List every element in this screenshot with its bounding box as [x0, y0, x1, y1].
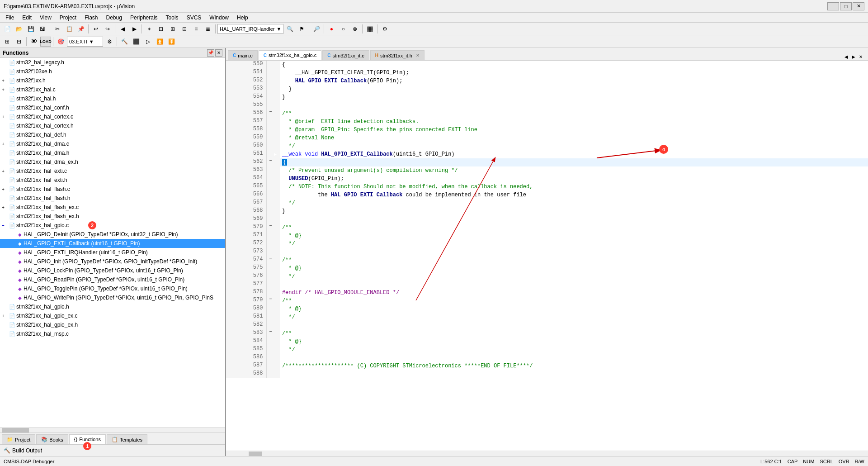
tab-functions[interactable]: {} Functions 1: [69, 434, 106, 444]
tree-item-stm32f1xx_hal_dma_h[interactable]: 📄 stm32f1xx_hal_dma.h: [0, 148, 225, 157]
menu-svcs[interactable]: SVCS: [183, 13, 205, 22]
close-editor-button[interactable]: ✕: [857, 53, 864, 60]
tab-templates[interactable]: 📋 Templates: [107, 434, 147, 444]
tb2-btn8[interactable]: ⏫: [154, 37, 165, 47]
save-button[interactable]: 💾: [25, 24, 36, 34]
tab-project[interactable]: 📁 Project: [2, 434, 35, 444]
btn4[interactable]: ⊟: [179, 24, 190, 34]
tree-item-stm32f1xx_hal_conf_h[interactable]: 📄 stm32f1xx_hal_conf.h: [0, 103, 225, 112]
code-editor[interactable]: 550{551 __HAL_GPIO_EXTI_CLEAR_IT(GPIO_Pi…: [226, 61, 868, 451]
func-item-writepin[interactable]: ◆ HAL_GPIO_WritePin (GPIO_TypeDef *GPIOx…: [0, 293, 225, 302]
btn3[interactable]: ⊞: [167, 24, 178, 34]
tab-gpio-c[interactable]: C stm32f1xx_hal_gpio.c: [259, 50, 322, 60]
copy-button[interactable]: 📋: [64, 24, 75, 34]
panel-close-button[interactable]: ✕: [215, 49, 222, 57]
close-button[interactable]: ✕: [853, 2, 864, 10]
func-item-lockpin[interactable]: ◆ HAL_GPIO_LockPin (GPIO_TypeDef *GPIOx,…: [0, 266, 225, 275]
settings-button[interactable]: ⚙: [379, 24, 390, 34]
menu-window[interactable]: Window: [206, 13, 232, 22]
tree-item-stm32f1xx_hal_msp_c[interactable]: 📄 stm32f1xx_hal_msp.c: [0, 329, 225, 338]
debug-btn3[interactable]: ⊗: [349, 24, 360, 34]
menu-project[interactable]: Project: [56, 13, 80, 22]
tb2-btn6[interactable]: ⬛: [131, 37, 142, 47]
tree-item-stm32f1xx_hal_c[interactable]: + 📄 stm32f1xx_hal.c: [0, 85, 225, 94]
tb2-btn3[interactable]: 👁: [28, 37, 39, 47]
tree-item-stm32f103xe_h[interactable]: 📄 stm32f103xe.h: [0, 67, 225, 76]
build-output-bar[interactable]: 🔨 Build Output: [0, 444, 225, 456]
fold-control[interactable]: −: [267, 109, 274, 118]
nav-back-button[interactable]: ◀: [117, 24, 128, 34]
btn1[interactable]: ⌖: [144, 24, 155, 34]
menu-debug[interactable]: Debug: [103, 13, 126, 22]
tb2-btn5[interactable]: 🔨: [119, 37, 130, 47]
tab-scroll-left-button[interactable]: ◀: [843, 53, 850, 60]
menu-view[interactable]: View: [36, 13, 55, 22]
new-file-button[interactable]: 📄: [2, 24, 13, 34]
tree-item-stm32f1xx_hal_flash_ex_c[interactable]: + 📄 stm32f1xx_hal_flash_ex.c: [0, 203, 225, 212]
tree-item-stm32f1xx_hal_cortex_h[interactable]: 📄 stm32f1xx_hal_cortex.h: [0, 121, 225, 130]
tab-close-icon[interactable]: ✕: [416, 53, 420, 58]
btn8[interactable]: ⚑: [296, 24, 307, 34]
tree-item-stm32f1xx_h[interactable]: + 📄 stm32f1xx.h: [0, 76, 225, 85]
tb2-config-button[interactable]: ⚙: [104, 37, 115, 47]
cut-button[interactable]: ✂: [52, 24, 63, 34]
tree-item-stm32f1xx_hal_def_h[interactable]: 📄 stm32f1xx_hal_def.h: [0, 130, 225, 139]
find-button[interactable]: 🔎: [311, 24, 322, 34]
menu-edit[interactable]: Edit: [19, 13, 35, 22]
tree-item-stm32f1xx_hal_gpio_ex_h[interactable]: 📄 stm32f1xx_hal_gpio_ex.h: [0, 320, 225, 329]
tb2-btn1[interactable]: ⊞: [2, 37, 13, 47]
tb2-btn2[interactable]: ⊟: [14, 37, 24, 47]
tree-item-stm32f1xx_hal_flash_c[interactable]: + 📄 stm32f1xx_hal_flash.c: [0, 185, 225, 194]
tree-item-stm32f1xx_hal_exti_h[interactable]: 📄 stm32f1xx_hal_exti.h: [0, 176, 225, 185]
tb2-btn9[interactable]: ⏬: [166, 37, 177, 47]
menu-help[interactable]: Help: [233, 13, 252, 22]
maximize-button[interactable]: □: [840, 2, 852, 10]
tree-item-stm32f1xx_hal_cortex_c[interactable]: + 📄 stm32f1xx_hal_cortex.c: [0, 112, 225, 121]
functions-tree-scroll[interactable]: 📄 stm32_hal_legacy.h 📄 stm32f103xe.h + 📄…: [0, 58, 225, 427]
tree-item-stm32_hal_legacy_h[interactable]: 📄 stm32_hal_legacy.h: [0, 58, 225, 67]
tree-item-stm32f1xx_hal_gpio_ex_c[interactable]: + 📄 stm32f1xx_hal_gpio_ex.c: [0, 311, 225, 320]
func-item-exti-callback[interactable]: ◆ HAL_GPIO_EXTI_Callback (uint16_t GPIO_…: [0, 239, 225, 248]
redo-button[interactable]: ↪: [102, 24, 113, 34]
debug-btn1[interactable]: ●: [326, 24, 337, 34]
debug-btn2[interactable]: ○: [338, 24, 349, 34]
tb2-load-button[interactable]: LOAD: [40, 37, 51, 47]
btn7[interactable]: 🔍: [284, 24, 295, 34]
tab-main-c[interactable]: C main.c: [228, 50, 258, 60]
btn5[interactable]: ≡: [191, 24, 202, 34]
func-item-exti-irqhandler[interactable]: ◆ HAL_GPIO_EXTI_IRQHandler (uint16_t GPI…: [0, 248, 225, 257]
h-scrollbar[interactable]: [0, 427, 225, 433]
fold-control[interactable]: −: [267, 256, 274, 264]
editor-h-scrollbar[interactable]: [226, 451, 868, 456]
undo-button[interactable]: ↩: [90, 24, 101, 34]
func-item-readpin[interactable]: ◆ HAL_GPIO_ReadPin (GPIO_TypeDef *GPIOx,…: [0, 275, 225, 284]
tree-item-stm32f1xx_hal_gpio_h[interactable]: 📄 stm32f1xx_hal_gpio.h: [0, 302, 225, 311]
config-btn[interactable]: ▦: [364, 24, 375, 34]
tree-item-stm32f1xx_hal_gpio_c[interactable]: − 📄 stm32f1xx_hal_gpio.c 2: [0, 221, 225, 230]
btn2[interactable]: ⊡: [156, 24, 166, 34]
project-dropdown[interactable]: 03.EXTI ▼: [67, 37, 103, 47]
fold-control[interactable]: −: [267, 158, 274, 166]
fold-control[interactable]: −: [267, 329, 274, 338]
menu-flash[interactable]: Flash: [81, 13, 101, 22]
tab-it-h[interactable]: H stm32f1xx_it.h ✕: [370, 50, 425, 60]
func-item-togglepin[interactable]: ◆ HAL_GPIO_TogglePin (GPIO_TypeDef *GPIO…: [0, 284, 225, 293]
func-item-init[interactable]: ◆ HAL_GPIO_Init (GPIO_TypeDef *GPIOx, GP…: [0, 257, 225, 266]
panel-pin-button[interactable]: 📌: [207, 49, 214, 57]
function-dropdown[interactable]: HAL_UART_IRQHandler ▼: [217, 24, 283, 34]
tab-books[interactable]: 📚 Books: [36, 434, 68, 444]
menu-file[interactable]: File: [2, 13, 18, 22]
open-file-button[interactable]: 📂: [14, 24, 24, 34]
minimize-button[interactable]: –: [827, 2, 839, 10]
fold-control[interactable]: −: [267, 223, 274, 232]
menu-peripherals[interactable]: Peripherals: [127, 13, 161, 22]
tb2-btn4[interactable]: 🎯: [55, 37, 66, 47]
tb2-btn7[interactable]: ▷: [142, 37, 153, 47]
nav-forward-button[interactable]: ▶: [129, 24, 140, 34]
tree-item-stm32f1xx_hal_dma_c[interactable]: + 📄 stm32f1xx_hal_dma.c: [0, 139, 225, 148]
tab-it-c[interactable]: C stm32f1xx_it.c: [322, 50, 369, 60]
tab-scroll-right-button[interactable]: ▶: [850, 53, 857, 60]
paste-button[interactable]: 📌: [75, 24, 86, 34]
tree-item-stm32f1xx_hal_flash_ex_h[interactable]: 📄 stm32f1xx_hal_flash_ex.h: [0, 212, 225, 221]
tree-item-stm32f1xx_hal_exti_c[interactable]: + 📄 stm32f1xx_hal_exti.c: [0, 166, 225, 176]
